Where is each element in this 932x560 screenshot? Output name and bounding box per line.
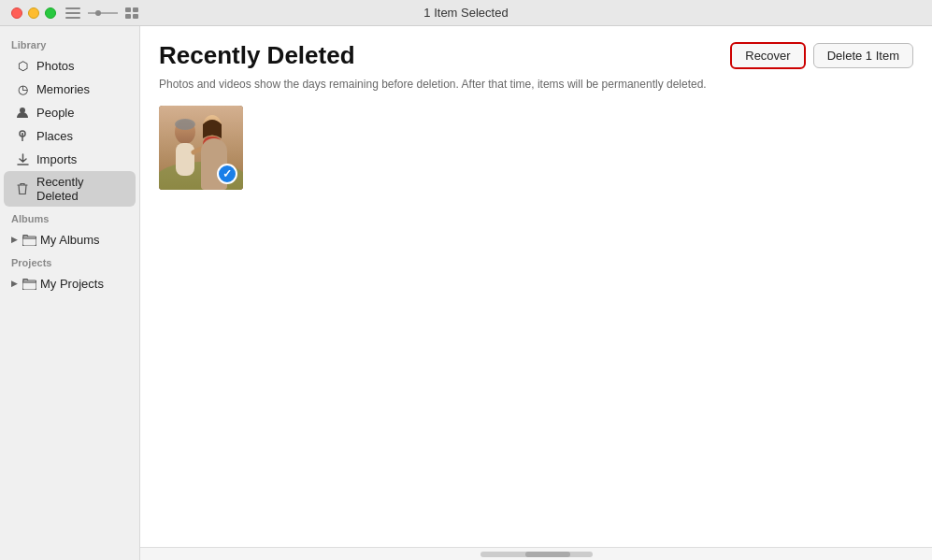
svg-point-11 [22, 133, 23, 135]
sidebar-item-places-label: Places [36, 129, 73, 143]
scrollbar-track[interactable] [480, 552, 593, 557]
sidebar-item-memories[interactable]: Memories [4, 78, 136, 100]
memories-icon [15, 81, 30, 96]
library-section-label: Library [0, 34, 139, 53]
sidebar-item-recently-deleted[interactable]: Recently Deleted [4, 171, 136, 207]
svg-rect-8 [133, 14, 138, 19]
imports-icon [15, 151, 30, 166]
maximize-button[interactable] [45, 7, 56, 19]
sidebar-item-photos[interactable]: Photos [4, 54, 136, 77]
chevron-right-icon: ▶ [11, 279, 18, 288]
main-content: Recently Deleted Recover Delete 1 Item P… [140, 26, 932, 560]
sidebar-item-my-projects-label: My Projects [40, 277, 104, 291]
sidebar-toggle-icon[interactable] [65, 7, 80, 19]
sidebar-item-imports[interactable]: Imports [4, 148, 136, 170]
sidebar-item-my-albums-label: My Albums [40, 233, 100, 247]
photos-icon [15, 58, 30, 73]
scrollbar-thumb[interactable] [525, 552, 570, 557]
close-button[interactable] [11, 7, 22, 19]
chevron-down-icon: ▶ [11, 235, 18, 244]
checkmark-icon: ✓ [222, 168, 232, 179]
svg-rect-1 [65, 12, 80, 14]
delete-button[interactable]: Delete 1 Item [813, 43, 913, 68]
selected-badge: ✓ [217, 164, 237, 184]
sidebar-item-people-label: People [36, 106, 74, 120]
sidebar-item-imports-label: Imports [36, 152, 77, 166]
albums-folder-icon [22, 232, 36, 247]
recover-button[interactable]: Recover [730, 42, 805, 69]
bottom-scrollbar[interactable] [140, 547, 932, 560]
toolbar-slider-icon [86, 7, 120, 19]
trash-icon [15, 181, 30, 196]
sidebar: Library Photos Memories People [0, 26, 140, 560]
people-icon [15, 105, 30, 120]
window-controls[interactable] [11, 7, 56, 19]
page-title: Recently Deleted [159, 41, 355, 70]
svg-rect-18 [176, 143, 194, 176]
content-header: Recently Deleted Recover Delete 1 Item [140, 26, 932, 78]
svg-rect-0 [65, 7, 80, 9]
places-icon [15, 128, 30, 143]
view-toggle-icon[interactable] [125, 7, 138, 19]
minimize-button[interactable] [28, 7, 39, 19]
sidebar-item-my-projects[interactable]: ▶ My Projects [4, 272, 136, 294]
sidebar-item-photos-label: Photos [36, 59, 74, 73]
sidebar-item-recently-deleted-label: Recently Deleted [36, 175, 124, 203]
app-body: Library Photos Memories People [0, 26, 932, 560]
content-description: Photos and videos show the days remainin… [140, 78, 932, 102]
sidebar-item-my-albums[interactable]: ▶ My Albums [4, 228, 136, 251]
titlebar-left-icons [65, 7, 138, 19]
photo-thumbnail[interactable]: ✓ [159, 106, 243, 190]
projects-folder-icon [22, 276, 36, 291]
window-title: 1 Item Selected [423, 6, 508, 20]
svg-rect-2 [65, 17, 80, 19]
projects-section-label: Projects [0, 251, 139, 271]
svg-rect-4 [95, 10, 101, 16]
sidebar-item-memories-label: Memories [36, 82, 90, 96]
header-action-buttons: Recover Delete 1 Item [730, 42, 913, 69]
svg-rect-5 [125, 7, 131, 12]
albums-section-label: Albums [0, 208, 139, 227]
titlebar: 1 Item Selected [0, 0, 932, 26]
sidebar-item-people[interactable]: People [4, 101, 136, 123]
svg-rect-6 [133, 7, 138, 12]
sidebar-item-places[interactable]: Places [4, 124, 136, 147]
svg-point-19 [175, 119, 195, 130]
photo-grid: ✓ [140, 102, 932, 547]
svg-rect-7 [125, 14, 131, 19]
